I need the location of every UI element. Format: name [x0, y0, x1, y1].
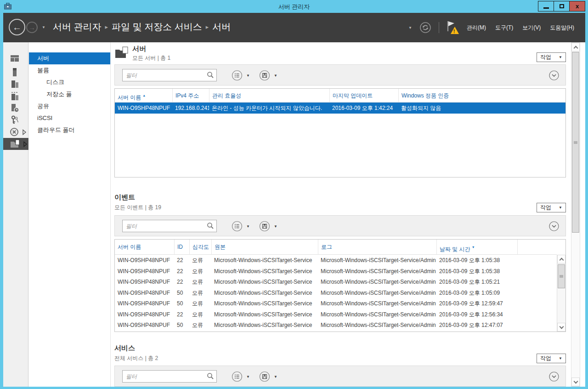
table-row[interactable]: WIN-O9SHP48NPUF50오류Microsoft-Windows-iSC… — [115, 298, 557, 309]
rail-circle-x-icon[interactable] — [3, 126, 28, 138]
chevron-down-icon[interactable]: ▼ — [274, 224, 277, 229]
table-row[interactable]: WIN-O9SHP48NPUF50오류Microsoft-Windows-iSC… — [115, 320, 557, 331]
maximize-button[interactable] — [554, 1, 570, 11]
sidebar-item-work-folders[interactable]: 클라우드 폴더 — [29, 124, 110, 136]
menu-tools[interactable]: 도구(T) — [494, 22, 514, 34]
table-cell: 2016-03-09 오후 1:42:24 — [329, 103, 398, 114]
minimize-button[interactable] — [538, 1, 554, 11]
column-header[interactable]: 날짜 및 시간▼ — [436, 240, 517, 254]
sidebar-item-volumes[interactable]: 볼륨 — [29, 64, 110, 76]
column-header[interactable]: 심각도 — [189, 240, 211, 254]
table-row[interactable]: WIN-O9SHP48NPUF22오류Microsoft-Windows-iSC… — [115, 309, 557, 320]
menu-view[interactable]: 보기(V) — [521, 22, 542, 34]
rail-server-groups-icon[interactable] — [3, 90, 28, 102]
search-icon[interactable] — [207, 222, 214, 229]
chevron-down-icon[interactable]: ▼ — [408, 26, 412, 30]
forward-button[interactable]: → — [26, 22, 38, 33]
table-cell: 2016-03-09 오후 1:05:09 — [436, 288, 517, 299]
close-button[interactable]: x — [569, 1, 585, 11]
table-cell: Microsoft-Windows-iSCSITarget-Service/Ad… — [318, 266, 436, 277]
rail-keys-icon[interactable] — [3, 114, 28, 126]
events-tasks-button[interactable]: 작업 ▼ — [537, 203, 566, 212]
filter-criteria-button[interactable] — [232, 221, 243, 232]
server-manager-window: 서버 관리자 x ← → ▼ 서버 관리자▸파일 및 저장소 서비스▸서버 ▼ — [0, 0, 588, 389]
minimize-icon — [543, 7, 549, 9]
table-row[interactable]: WIN-O9SHP48NPUF192.168.0.241온라인 - 성능 카운터… — [115, 103, 565, 114]
scrollbar-thumb[interactable] — [572, 52, 579, 233]
collapse-panel-button[interactable] — [549, 221, 559, 231]
chevron-down-icon[interactable]: ▼ — [246, 224, 250, 229]
rail-local-server-icon[interactable] — [3, 66, 28, 78]
rail-dashboard-icon[interactable] — [3, 52, 28, 64]
chevron-down-icon[interactable]: ▼ — [246, 74, 250, 78]
table-row[interactable]: WIN-O9SHP48NPUF22오류Microsoft-Windows-iSC… — [115, 255, 557, 266]
maximize-icon — [560, 4, 564, 8]
chevron-down-icon: ▼ — [559, 356, 562, 360]
breadcrumb-server-manager[interactable]: 서버 관리자 — [53, 22, 102, 32]
save-query-button[interactable] — [259, 221, 270, 232]
services-tasks-button[interactable]: 작업 ▼ — [537, 354, 566, 363]
rail-storage-history-icon[interactable] — [3, 102, 28, 114]
save-query-button[interactable] — [259, 371, 270, 382]
table-cell: Microsoft-Windows-iSCSITarget-Service — [211, 266, 318, 277]
servers-section-title: 서버 — [132, 45, 146, 53]
search-icon[interactable] — [207, 372, 214, 380]
collapse-panel-button[interactable] — [549, 372, 559, 382]
back-button[interactable]: ← — [9, 19, 25, 35]
table-cell: WIN-O9SHP48NPUF — [115, 309, 174, 320]
column-header[interactable]: 서버 이름▲ — [115, 89, 172, 102]
table-row[interactable]: WIN-O9SHP48NPUF22오류Microsoft-Windows-iSC… — [115, 266, 557, 277]
notifications-flag-button[interactable]: ! — [447, 21, 458, 34]
sort-arrow-icon: ▲ — [142, 94, 146, 97]
scroll-down-button[interactable] — [557, 323, 565, 332]
breadcrumb-file-storage[interactable]: 파일 및 저장소 서비스 — [112, 22, 202, 32]
sidebar-item-iscsi[interactable]: iSCSI — [29, 112, 110, 124]
column-header[interactable]: 원본 — [211, 240, 318, 254]
menu-manage[interactable]: 관리(M) — [466, 22, 487, 34]
main-scrollbar[interactable] — [571, 42, 580, 387]
services-section-title: 서비스 — [114, 344, 135, 353]
chevron-down-icon[interactable]: ▼ — [274, 74, 277, 78]
column-header[interactable]: 서버 이름 — [115, 240, 174, 254]
filter-criteria-button[interactable] — [232, 70, 243, 81]
save-query-button[interactable] — [259, 70, 270, 81]
column-header[interactable]: 관리 효율성 — [209, 89, 329, 102]
sidebar-item-servers[interactable]: 서버 — [29, 52, 110, 64]
table-cell: Microsoft-Windows-iSCSITarget-Service — [211, 277, 318, 288]
events-table: 서버 이름ID심각도원본로그날짜 및 시간▼ WIN-O9SHP48NPUF22… — [114, 239, 566, 332]
column-header[interactable]: 로그 — [318, 240, 436, 254]
refresh-button[interactable] — [419, 22, 431, 34]
breadcrumb-servers[interactable]: 서버 — [212, 22, 231, 32]
events-filter-input[interactable] — [122, 220, 217, 232]
column-header[interactable]: ID — [174, 240, 189, 254]
scroll-up-button[interactable] — [557, 255, 565, 263]
column-header[interactable]: Windows 정품 인증 — [398, 89, 565, 102]
scroll-up-button[interactable] — [571, 43, 580, 51]
scrollbar-thumb[interactable] — [558, 264, 565, 288]
table-cell: Microsoft-Windows-iSCSITarget-Service/Ad… — [318, 277, 436, 288]
sidebar-item-shares[interactable]: 공유 — [29, 100, 110, 112]
sidebar-item-storage-pools[interactable]: 저장소 풀 — [29, 88, 110, 100]
chevron-down-icon[interactable]: ▼ — [246, 375, 250, 379]
history-chevron-down-icon[interactable]: ▼ — [42, 25, 45, 29]
rail-all-servers-icon[interactable] — [3, 78, 28, 90]
chevron-down-icon[interactable]: ▼ — [274, 375, 277, 379]
column-header[interactable]: IPv4 주소 — [172, 89, 209, 102]
filter-criteria-button[interactable] — [232, 371, 243, 382]
scroll-down-button[interactable] — [571, 378, 580, 386]
servers-tasks-button[interactable]: 작업 ▼ — [537, 52, 566, 62]
column-header[interactable]: 마지막 업데이트 — [329, 89, 398, 102]
search-icon[interactable] — [207, 71, 214, 79]
window-controls: x — [538, 1, 585, 11]
table-cell: 50 — [174, 298, 189, 309]
servers-filter-input[interactable] — [122, 69, 217, 81]
sidebar-item-disks[interactable]: 디스크 — [29, 76, 110, 88]
rail-file-storage-services-icon[interactable] — [3, 138, 28, 150]
menu-help[interactable]: 도움말(H) — [549, 22, 575, 34]
events-scrollbar[interactable] — [557, 255, 565, 332]
services-filter-input[interactable] — [122, 370, 217, 383]
table-row[interactable]: WIN-O9SHP48NPUF22오류Microsoft-Windows-iSC… — [115, 277, 557, 288]
collapse-panel-button[interactable] — [549, 70, 559, 80]
servers-toolbar: ▼ ▼ — [114, 64, 566, 86]
table-row[interactable]: WIN-O9SHP48NPUF50오류Microsoft-Windows-iSC… — [115, 288, 557, 299]
